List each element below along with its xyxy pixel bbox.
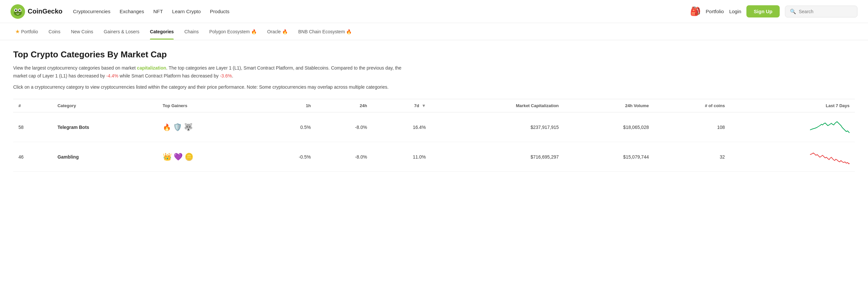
search-icon: 🔍 (790, 8, 796, 14)
description: View the largest cryptocurrency categori… (13, 64, 409, 80)
sub-nav-coins[interactable]: Coins (44, 24, 65, 39)
coins-gambling: 32 (654, 142, 730, 172)
portfolio-link[interactable]: Portfolio (706, 8, 724, 14)
header-right: 🎒 Portfolio Login Sign Up 🔍 (690, 5, 858, 18)
logo-text: CoinGecko (28, 7, 63, 15)
signup-button[interactable]: Sign Up (746, 5, 780, 18)
volume-telegram: $18,065,028 (564, 113, 654, 142)
sub-nav-oracle[interactable]: Oracle 🔥 (262, 24, 292, 39)
coin-icon-crown: 👑 (163, 153, 172, 161)
sub-nav-polygon[interactable]: Polygon Ecosystem 🔥 (205, 24, 261, 39)
categories-table: # Category Top Gainers 1h 24h 7d ▼ Marke… (13, 99, 855, 172)
table-row[interactable]: 46 Gambling 👑 💜 🪙 -0.5% -8.0% 11.0% $716… (13, 142, 855, 172)
logo[interactable]: CoinGecko (10, 4, 63, 19)
col-rank: # (13, 99, 52, 113)
table-row[interactable]: 58 Telegram Bots 🔥 🛡️ 🐺 0.5% -8.0% 16.4%… (13, 113, 855, 142)
content-wrapper: Top Crypto Categories By Market Cap View… (13, 50, 855, 172)
sub-nav: ★Portfolio Coins New Coins Gainers & Los… (0, 23, 868, 40)
col-24h-volume[interactable]: 24h Volume (564, 99, 654, 113)
sub-nav-portfolio[interactable]: ★Portfolio (10, 23, 42, 40)
search-input[interactable] (799, 9, 852, 14)
col-top-gainers: Top Gainers (157, 99, 260, 113)
nav-cryptocurrencies[interactable]: Cryptocurrencies (73, 8, 111, 14)
logo-icon (10, 4, 25, 19)
nav-learn-crypto[interactable]: Learn Crypto (172, 8, 201, 14)
col-market-cap[interactable]: Market Capitalization (431, 99, 564, 113)
svg-point-4 (15, 9, 17, 11)
col-24h[interactable]: 24h (316, 99, 372, 113)
sub-nav-chains[interactable]: Chains (180, 24, 203, 39)
change-1h-gambling: -0.5% (260, 142, 316, 172)
desc-part3: while Smart Contract Platform has decrea… (118, 73, 220, 79)
market-cap-gambling: $716,695,297 (431, 142, 564, 172)
header: CoinGecko Cryptocurrencies Exchanges NFT… (0, 0, 868, 23)
sub-nav-gainers-losers[interactable]: Gainers & Losers (99, 24, 144, 39)
change1: -4.4% (106, 73, 118, 79)
coins-telegram: 108 (654, 113, 730, 142)
sort-arrow-7d: ▼ (422, 103, 426, 108)
category-gambling[interactable]: Gambling (52, 142, 157, 172)
col-1h[interactable]: 1h (260, 99, 316, 113)
category-telegram-bots[interactable]: Telegram Bots (52, 113, 157, 142)
page-title: Top Crypto Categories By Market Cap (13, 50, 855, 60)
main-content: Top Crypto Categories By Market Cap View… (0, 40, 868, 181)
volume-gambling: $15,079,744 (564, 142, 654, 172)
sparkline-gambling (730, 142, 855, 172)
col-7d[interactable]: 7d ▼ (372, 99, 431, 113)
rank-46: 46 (13, 142, 52, 172)
sub-nav-new-coins[interactable]: New Coins (66, 24, 98, 39)
col-category: Category (52, 99, 157, 113)
desc-part4: . (232, 73, 233, 79)
change2: -3.6% (220, 73, 232, 79)
sub-nav-categories[interactable]: Categories (145, 24, 178, 39)
login-button[interactable]: Login (729, 8, 741, 14)
svg-point-5 (19, 9, 21, 11)
change-7d-gambling: 11.0% (372, 142, 431, 172)
coin-icon-fire: 🔥 (163, 123, 171, 131)
top-gainers-icons: 🔥 🛡️ 🐺 (163, 123, 255, 131)
nav-products[interactable]: Products (210, 8, 229, 14)
col-last-7-days: Last 7 Days (730, 99, 855, 113)
note-text: Click on a cryptocurrency category to vi… (13, 83, 855, 91)
portfolio-bag-icon: 🎒 (690, 6, 701, 17)
sub-nav-bnb[interactable]: BNB Chain Ecosystem 🔥 (293, 24, 356, 39)
coin-icon-shield: 🛡️ (173, 123, 182, 131)
table-header-row: # Category Top Gainers 1h 24h 7d ▼ Marke… (13, 99, 855, 113)
main-nav: Cryptocurrencies Exchanges NFT Learn Cry… (73, 8, 690, 14)
star-icon: ★ (15, 29, 20, 34)
change-24h-telegram: -8.0% (316, 113, 372, 142)
top-gainers-telegram: 🔥 🛡️ 🐺 (157, 113, 260, 142)
coin-icon-coin: 🪙 (185, 153, 193, 161)
search-box[interactable]: 🔍 (785, 6, 858, 18)
capitalization-link[interactable]: capitalization (137, 65, 166, 70)
table-body: 58 Telegram Bots 🔥 🛡️ 🐺 0.5% -8.0% 16.4%… (13, 113, 855, 172)
top-gainers-icons-gambling: 👑 💜 🪙 (163, 153, 255, 161)
nav-exchanges[interactable]: Exchanges (120, 8, 144, 14)
change-24h-gambling: -8.0% (316, 142, 372, 172)
sparkline-telegram (730, 113, 855, 142)
coin-icon-purple: 💜 (174, 153, 183, 161)
nav-nft[interactable]: NFT (153, 8, 163, 14)
top-gainers-gambling: 👑 💜 🪙 (157, 142, 260, 172)
desc-part1: View the largest cryptocurrency categori… (13, 65, 137, 70)
coin-icon-wolf: 🐺 (184, 123, 193, 131)
change-1h-telegram: 0.5% (260, 113, 316, 142)
change-7d-telegram: 16.4% (372, 113, 431, 142)
rank-58: 58 (13, 113, 52, 142)
market-cap-telegram: $237,917,915 (431, 113, 564, 142)
col-num-coins[interactable]: # of coins (654, 99, 730, 113)
